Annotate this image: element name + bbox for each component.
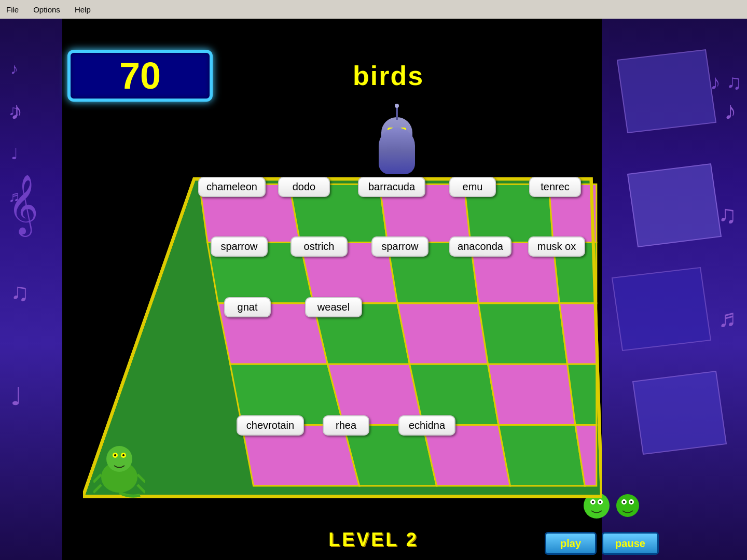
svg-line-41 [137, 485, 145, 493]
score-display: 70 [67, 50, 213, 102]
menu-file[interactable]: File [4, 4, 21, 15]
tile-emu[interactable]: emu [449, 177, 496, 197]
game-character [374, 117, 420, 174]
svg-point-37 [122, 454, 125, 456]
tile-dodo[interactable]: dodo [278, 177, 330, 197]
score-value: 70 [119, 54, 161, 97]
tile-gnat[interactable]: gnat [224, 297, 271, 317]
music-note-icon-3: ♩ [10, 382, 22, 411]
category-label: birds [353, 60, 424, 91]
svg-point-51 [630, 501, 632, 503]
menu-help[interactable]: Help [73, 4, 93, 15]
game-board: chameleon dodo barracuda emu tenrec spar… [83, 156, 602, 509]
tile-chevrotain[interactable]: chevrotain [237, 415, 304, 436]
svg-marker-1 [628, 164, 721, 247]
svg-line-40 [93, 485, 101, 493]
tile-ostrich[interactable]: ostrich [290, 236, 348, 257]
tile-anaconda[interactable]: anaconda [449, 236, 511, 257]
svg-marker-18 [478, 303, 567, 364]
music-note-icon-2: ♫ [10, 278, 29, 306]
svg-marker-23 [488, 364, 575, 425]
tile-tenrec[interactable]: tenrec [529, 177, 581, 197]
svg-marker-2 [612, 268, 711, 351]
svg-line-39 [137, 474, 145, 482]
left-decoration: 𝄞 ♪ ♫ ♩ [0, 19, 62, 560]
tile-weasel[interactable]: weasel [305, 297, 362, 317]
menubar: File Options Help [0, 0, 747, 19]
svg-marker-17 [397, 303, 488, 364]
play-button[interactable]: play [545, 532, 597, 555]
tile-sparrow-2[interactable]: sparrow [371, 236, 428, 257]
svg-marker-0 [617, 50, 716, 133]
svg-marker-28 [499, 425, 585, 486]
tile-chameleon[interactable]: chameleon [198, 177, 266, 197]
tile-sparrow-1[interactable]: sparrow [211, 236, 268, 257]
tile-echidna[interactable]: echidna [398, 415, 455, 436]
svg-line-38 [93, 474, 101, 482]
menu-options[interactable]: Options [31, 4, 62, 15]
music-note-icon: ♪ [10, 96, 23, 125]
tile-rhea[interactable]: rhea [323, 415, 369, 436]
treble-clef-icon: 𝄞 [8, 174, 38, 235]
svg-point-50 [623, 501, 625, 503]
svg-point-36 [114, 454, 116, 456]
svg-marker-3 [633, 371, 726, 454]
tile-barracuda[interactable]: barracuda [358, 177, 425, 197]
pause-button[interactable]: pause [602, 532, 659, 555]
level-label: LEVEL 2 [328, 529, 418, 551]
svg-point-47 [616, 494, 639, 517]
tile-musk-ox[interactable]: musk ox [528, 236, 585, 257]
game-area: 𝄞 ♪ ♫ ♩ ♪ ♫ ♬ 70 birds [0, 19, 747, 560]
lizard-character [93, 436, 145, 498]
